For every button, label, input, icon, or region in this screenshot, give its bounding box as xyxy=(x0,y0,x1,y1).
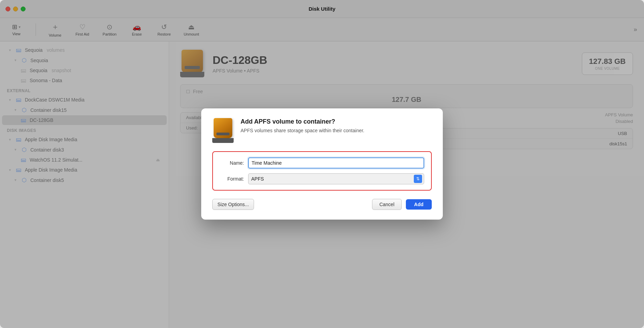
name-input[interactable] xyxy=(248,157,424,168)
dialog-disk-icon xyxy=(212,118,234,143)
format-field-row: Format: APFS APFS (Encrypted) APFS (Case… xyxy=(220,173,424,184)
dialog-title: Add APFS volume to container? xyxy=(241,118,364,125)
add-volume-dialog: Add APFS volume to container? APFS volum… xyxy=(201,108,443,220)
cancel-button[interactable]: Cancel xyxy=(372,199,402,210)
format-select-wrap: APFS APFS (Encrypted) APFS (Case-sensiti… xyxy=(248,173,424,184)
dialog-title-area: Add APFS volume to container? APFS volum… xyxy=(241,118,364,143)
size-options-button[interactable]: Size Options... xyxy=(212,199,254,210)
dialog-fields: Name: Format: APFS APFS (Encrypted) APFS… xyxy=(212,151,432,191)
dialog-description: APFS volumes share storage space within … xyxy=(241,127,364,134)
dialog-overlay: Add APFS volume to container? APFS volum… xyxy=(0,0,644,328)
format-select[interactable]: APFS APFS (Encrypted) APFS (Case-sensiti… xyxy=(248,173,424,184)
add-button[interactable]: Add xyxy=(406,199,432,210)
name-label: Name: xyxy=(220,160,244,166)
format-label: Format: xyxy=(220,176,244,182)
dialog-header: Add APFS volume to container? APFS volum… xyxy=(212,118,432,143)
name-field-row: Name: xyxy=(220,157,424,168)
dialog-buttons: Size Options... Cancel Add xyxy=(212,199,432,210)
main-window: Disk Utility ⊞ ▾ View ＋ Volume ♡ First A… xyxy=(0,0,644,328)
